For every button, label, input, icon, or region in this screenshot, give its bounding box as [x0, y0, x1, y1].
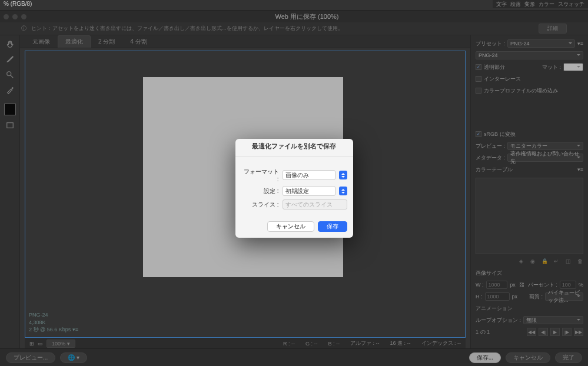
menu-color[interactable]: カラー: [539, 1, 554, 8]
dlg-settings-select[interactable]: 初期設定: [283, 186, 335, 196]
dlg-slice-select: すべてのスライス: [283, 199, 347, 209]
save-as-dialog: 最適化ファイルを別名で保存 フォーマット : 画像のみ 設定 : 初期設定 スラ…: [235, 139, 353, 238]
dialog-title: 最適化ファイルを別名で保存: [235, 139, 353, 157]
dlg-format-stepper[interactable]: [339, 171, 347, 179]
save-for-web-window: Web 用に保存 (100%) ⓘ ヒント：アセットをより速く書き出すには、ファ…: [0, 11, 588, 366]
dlg-slice-label: スライス :: [241, 201, 279, 209]
dlg-settings-stepper[interactable]: [339, 187, 347, 195]
dlg-format-select[interactable]: 画像のみ: [283, 170, 335, 180]
top-menu-bar: 文字 段落 変形 カラー スウォッチ: [493, 0, 588, 8]
modal-overlay: 最適化ファイルを別名で保存 フォーマット : 画像のみ 設定 : 初期設定 スラ…: [0, 11, 588, 366]
menu-text[interactable]: 文字: [496, 1, 507, 8]
dlg-save-button[interactable]: 保存: [318, 221, 347, 232]
dlg-settings-label: 設定 :: [241, 187, 279, 195]
menu-paragraph[interactable]: 段落: [510, 1, 521, 8]
dlg-format-label: フォーマット :: [241, 168, 279, 182]
dlg-cancel-button[interactable]: キャンセル: [267, 221, 314, 232]
menu-transform[interactable]: 変形: [524, 1, 535, 8]
menu-swatches[interactable]: スウォッチ: [558, 1, 584, 8]
